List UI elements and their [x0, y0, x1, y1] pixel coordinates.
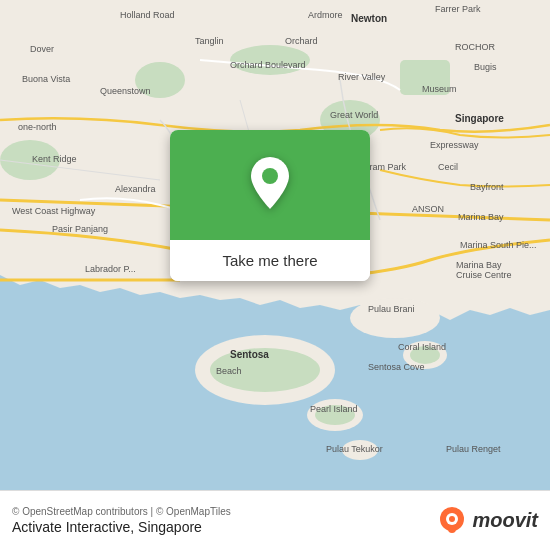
bottom-bar: © OpenStreetMap contributors | © OpenMap…	[0, 490, 550, 550]
svg-text:West Coast Highway: West Coast Highway	[12, 206, 96, 216]
svg-text:Pulau Brani: Pulau Brani	[368, 304, 415, 314]
svg-point-60	[449, 516, 455, 522]
svg-text:Newton: Newton	[351, 13, 387, 24]
svg-text:Farrer Park: Farrer Park	[435, 4, 481, 14]
svg-text:Queenstown: Queenstown	[100, 86, 151, 96]
svg-text:Sentosa: Sentosa	[230, 349, 269, 360]
svg-text:Holland Road: Holland Road	[120, 10, 175, 20]
moovit-brand-text: moovit	[472, 509, 538, 532]
popup-icon-area	[170, 130, 370, 240]
svg-text:Ardmore: Ardmore	[308, 10, 343, 20]
svg-text:ANSON: ANSON	[412, 204, 444, 214]
svg-text:Bugis: Bugis	[474, 62, 497, 72]
moovit-icon-svg	[436, 505, 468, 537]
svg-text:ROCHOR: ROCHOR	[455, 42, 495, 52]
svg-text:Marina Bay: Marina Bay	[456, 260, 502, 270]
location-text: Activate Interactive, Singapore	[12, 519, 231, 535]
location-pin-icon	[245, 155, 295, 215]
svg-text:River Valley: River Valley	[338, 72, 386, 82]
svg-text:Pasir Panjang: Pasir Panjang	[52, 224, 108, 234]
map-container: Dover Holland Road Ardmore Newton Farrer…	[0, 0, 550, 490]
bottom-bar-left: © OpenStreetMap contributors | © OpenMap…	[12, 506, 231, 535]
svg-text:Orchard Boulevard: Orchard Boulevard	[230, 60, 306, 70]
svg-text:Singapore: Singapore	[455, 113, 504, 124]
svg-text:Labrador P...: Labrador P...	[85, 264, 136, 274]
svg-text:Buona Vista: Buona Vista	[22, 74, 70, 84]
svg-text:Alexandra: Alexandra	[115, 184, 156, 194]
svg-text:Cecil: Cecil	[438, 162, 458, 172]
svg-text:Orchard: Orchard	[285, 36, 318, 46]
svg-text:Marina Bay: Marina Bay	[458, 212, 504, 222]
take-me-there-button[interactable]: Take me there	[170, 240, 370, 281]
svg-text:Beach: Beach	[216, 366, 242, 376]
svg-text:Pearl Island: Pearl Island	[310, 404, 358, 414]
svg-text:Dover: Dover	[30, 44, 54, 54]
svg-text:Cruise Centre: Cruise Centre	[456, 270, 512, 280]
svg-text:Sentosa Cove: Sentosa Cove	[368, 362, 425, 372]
svg-text:Expressway: Expressway	[430, 140, 479, 150]
svg-point-58	[448, 525, 456, 533]
svg-point-56	[262, 168, 278, 184]
copyright-text: © OpenStreetMap contributors | © OpenMap…	[12, 506, 231, 517]
svg-text:Pulau Tekukor: Pulau Tekukor	[326, 444, 383, 454]
svg-text:Marina South Pie...: Marina South Pie...	[460, 240, 537, 250]
moovit-logo: moovit	[436, 505, 538, 537]
svg-text:one-north: one-north	[18, 122, 57, 132]
svg-text:Tanglin: Tanglin	[195, 36, 224, 46]
svg-text:Museum: Museum	[422, 84, 457, 94]
popup-card: Take me there	[170, 130, 370, 281]
svg-text:Coral Island: Coral Island	[398, 342, 446, 352]
svg-text:Great World: Great World	[330, 110, 378, 120]
svg-text:Bayfront: Bayfront	[470, 182, 504, 192]
svg-text:Kent Ridge: Kent Ridge	[32, 154, 77, 164]
svg-text:Pulau Renget: Pulau Renget	[446, 444, 501, 454]
